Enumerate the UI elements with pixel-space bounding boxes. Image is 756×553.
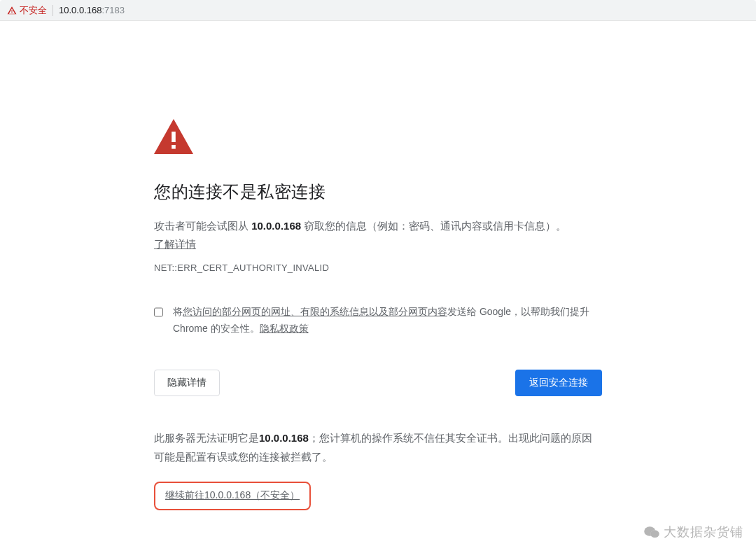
error-code: NET::ERR_CERT_AUTHORITY_INVALID — [154, 262, 602, 273]
safebrowsing-optin-row: 将您访问的部分网页的网址、有限的系统信息以及部分网页内容发送给 Google，以… — [154, 304, 602, 337]
url-host: 10.0.0.168 — [59, 5, 102, 15]
learn-more-link[interactable]: 了解详情 — [154, 238, 196, 250]
warn-text-prefix: 攻击者可能会试图从 — [154, 220, 251, 232]
url-port: :7183 — [102, 5, 125, 15]
optin-prefix: 将 — [173, 306, 183, 317]
warning-paragraph: 攻击者可能会试图从 10.0.0.168 窃取您的信息（例如：密码、通讯内容或信… — [154, 217, 602, 253]
svg-point-4 — [650, 530, 659, 538]
urlbar-divider — [52, 5, 53, 16]
watermark: 大数据杂货铺 — [644, 524, 743, 540]
svg-rect-0 — [172, 132, 176, 142]
wechat-icon — [644, 526, 659, 538]
warn-host: 10.0.0.168 — [251, 220, 301, 232]
detail-prefix: 此服务器无法证明它是 — [154, 432, 259, 444]
back-to-safety-button[interactable]: 返回安全连接 — [515, 370, 602, 396]
url-address[interactable]: 10.0.0.168:7183 — [59, 5, 125, 15]
browser-url-bar: 不安全 10.0.0.168:7183 — [0, 0, 756, 21]
security-indicator[interactable]: 不安全 — [7, 4, 47, 17]
warn-text-suffix: 窃取您的信息（例如：密码、通讯内容或信用卡信息）。 — [301, 220, 566, 232]
detail-host: 10.0.0.168 — [259, 432, 309, 444]
warning-triangle-icon — [154, 119, 193, 154]
ssl-interstitial: 您的连接不是私密连接 攻击者可能会试图从 10.0.0.168 窃取您的信息（例… — [154, 119, 602, 510]
page-title: 您的连接不是私密连接 — [154, 181, 602, 203]
privacy-policy-link[interactable]: 隐私权政策 — [260, 323, 309, 334]
safebrowsing-optin-text: 将您访问的部分网页的网址、有限的系统信息以及部分网页内容发送给 Google，以… — [173, 304, 602, 337]
watermark-text: 大数据杂货铺 — [664, 524, 743, 540]
security-label-text: 不安全 — [20, 4, 47, 17]
proceed-unsafe-link[interactable]: 继续前往10.0.0.168（不安全） — [165, 489, 300, 500]
safebrowsing-optin-checkbox[interactable] — [154, 307, 163, 318]
warning-triangle-icon — [7, 6, 17, 15]
detail-paragraph: 此服务器无法证明它是10.0.0.168；您计算机的操作系统不信任其安全证书。出… — [154, 428, 602, 466]
optin-details-link[interactable]: 您访问的部分网页的网址、有限的系统信息以及部分网页内容 — [183, 306, 447, 317]
hide-details-button[interactable]: 隐藏详情 — [154, 370, 220, 396]
button-row: 隐藏详情 返回安全连接 — [154, 370, 602, 396]
svg-rect-1 — [172, 145, 176, 149]
proceed-highlight-box: 继续前往10.0.0.168（不安全） — [154, 482, 311, 510]
